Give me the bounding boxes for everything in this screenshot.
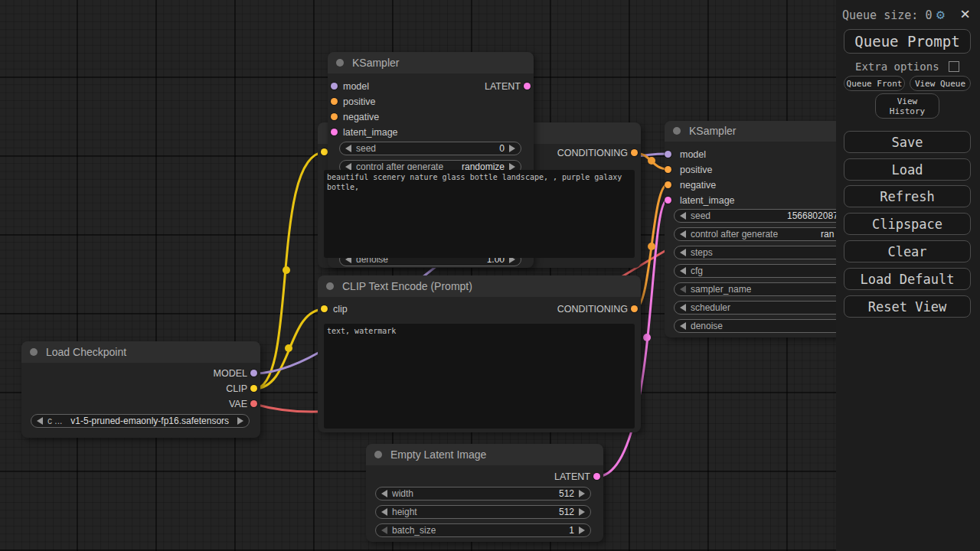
positive-input-port[interactable]: [331, 98, 338, 105]
increment-icon[interactable]: [509, 145, 515, 152]
node-header[interactable]: CLIP Text Encode (Prompt): [318, 276, 641, 297]
node-header[interactable]: Empty Latent Image: [366, 444, 603, 465]
decrement-icon[interactable]: [680, 212, 686, 220]
collapse-dot-icon[interactable]: [673, 127, 681, 135]
widget-label: c ...: [47, 416, 62, 426]
decrement-icon[interactable]: [680, 230, 686, 238]
widget-label: width: [392, 488, 413, 499]
next-option-icon[interactable]: [237, 417, 243, 425]
queue-front-button[interactable]: Queue Front: [844, 76, 905, 91]
positive-input-port[interactable]: [665, 166, 671, 173]
width-widget[interactable]: width 512: [375, 487, 591, 500]
negative-input-port[interactable]: [331, 113, 338, 120]
widget-label: steps: [691, 247, 713, 258]
reset-view-button[interactable]: Reset View: [844, 295, 971, 318]
model-output-port[interactable]: [250, 370, 257, 377]
link-midpoint-dot: [648, 157, 655, 165]
prev-option-icon[interactable]: [680, 285, 686, 293]
model-input-port[interactable]: [665, 151, 671, 158]
clip-input-port[interactable]: [321, 148, 328, 155]
node-header[interactable]: Load Checkpoint: [21, 341, 260, 363]
close-icon[interactable]: ×: [960, 4, 970, 23]
collapse-dot-icon[interactable]: [336, 59, 344, 67]
decrement-icon[interactable]: [381, 490, 387, 497]
widget-value: 512: [559, 507, 574, 517]
vae-output-port[interactable]: [250, 400, 257, 407]
decrement-icon[interactable]: [680, 267, 686, 275]
node-header[interactable]: KSampler: [665, 121, 864, 142]
seed-widget[interactable]: seed 0: [339, 142, 521, 155]
collapse-dot-icon[interactable]: [30, 348, 38, 356]
output-label: VAE: [229, 396, 247, 412]
conditioning-output-port[interactable]: [631, 305, 638, 312]
extra-options-label: Extra options: [855, 60, 939, 73]
cfg-widget[interactable]: cfg: [674, 264, 854, 278]
negative-prompt-textarea[interactable]: text, watermark: [324, 324, 635, 429]
input-label: positive: [680, 162, 712, 178]
latent-output-port[interactable]: [524, 83, 531, 90]
clipspace-button[interactable]: Clipspace: [844, 213, 971, 235]
collapse-dot-icon[interactable]: [326, 282, 334, 290]
decrement-icon[interactable]: [381, 508, 387, 516]
prev-option-icon[interactable]: [37, 417, 43, 425]
negative-input-port[interactable]: [665, 181, 671, 188]
sampler-name-widget[interactable]: sampler_name: [674, 282, 854, 296]
latent-image-input-port[interactable]: [331, 129, 338, 135]
latent-output-port[interactable]: [593, 473, 600, 480]
latent-image-input-port[interactable]: [665, 197, 671, 204]
model-input-port[interactable]: [331, 83, 338, 90]
denoise-widget[interactable]: denoise: [674, 319, 854, 333]
load-button[interactable]: Load: [844, 158, 971, 181]
input-label: negative: [680, 178, 716, 193]
conditioning-output-port[interactable]: [631, 149, 638, 156]
widget-label: scheduler: [691, 302, 730, 313]
increment-icon[interactable]: [579, 490, 585, 497]
widget-value: 1: [569, 525, 574, 536]
node-title: KSampler: [352, 52, 399, 73]
queue-prompt-button[interactable]: Queue Prompt: [844, 29, 971, 54]
node-load-checkpoint[interactable]: Load Checkpoint MODEL CLIP VAE c ... v1-…: [21, 341, 260, 438]
save-button[interactable]: Save: [844, 131, 971, 153]
control-after-generate-widget[interactable]: control after generate ran: [674, 227, 854, 241]
input-label: model: [343, 79, 369, 94]
decrement-icon[interactable]: [345, 145, 351, 152]
widget-label: cfg: [691, 266, 703, 276]
batch-size-widget[interactable]: batch_size 1: [375, 523, 591, 537]
widget-value: v1-5-pruned-emaonly-fp16.safetensors: [70, 416, 229, 426]
view-history-button[interactable]: View History: [875, 93, 939, 119]
extra-options-checkbox[interactable]: [949, 61, 959, 72]
node-title: CLIP Text Encode (Prompt): [342, 276, 472, 297]
height-widget[interactable]: height 512: [375, 505, 591, 519]
load-default-button[interactable]: Load Default: [844, 268, 971, 290]
ckpt-name-widget[interactable]: c ... v1-5-pruned-emaonly-fp16.safetenso…: [31, 414, 250, 428]
settings-gear-icon[interactable]: ⚙: [936, 6, 945, 22]
input-label: positive: [343, 94, 375, 109]
increment-icon[interactable]: [579, 508, 585, 516]
link-midpoint-dot: [285, 344, 292, 352]
refresh-button[interactable]: Refresh: [844, 185, 971, 207]
scheduler-widget[interactable]: scheduler: [674, 301, 854, 315]
positive-prompt-textarea[interactable]: beautiful scenery nature glass bottle la…: [324, 170, 635, 258]
steps-widget[interactable]: steps: [674, 246, 854, 259]
decrement-icon[interactable]: [680, 249, 686, 256]
node-ksampler-right[interactable]: KSampler model positive negative latent_…: [665, 121, 864, 337]
decrement-icon[interactable]: [680, 322, 686, 330]
node-empty-latent-image[interactable]: Empty Latent Image LATENT width 512 heig…: [366, 444, 603, 542]
widget-label: control after generate: [691, 229, 778, 240]
prev-option-icon[interactable]: [680, 304, 686, 311]
clear-button[interactable]: Clear: [844, 240, 971, 262]
view-queue-button[interactable]: View Queue: [910, 76, 971, 91]
input-label: model: [680, 147, 706, 162]
widget-label: denoise: [691, 321, 723, 331]
node-title: Empty Latent Image: [390, 444, 486, 465]
collapse-dot-icon[interactable]: [374, 451, 382, 458]
node-header[interactable]: KSampler: [328, 52, 534, 73]
clip-output-port[interactable]: [250, 385, 257, 392]
widget-label: height: [392, 507, 417, 517]
clip-input-port[interactable]: [321, 305, 328, 312]
widget-value: 512: [559, 488, 574, 499]
increment-icon[interactable]: [579, 527, 585, 534]
link-midpoint-dot: [283, 266, 290, 274]
decrement-icon[interactable]: [381, 527, 387, 534]
seed-widget[interactable]: seed 1566802087: [674, 209, 854, 223]
